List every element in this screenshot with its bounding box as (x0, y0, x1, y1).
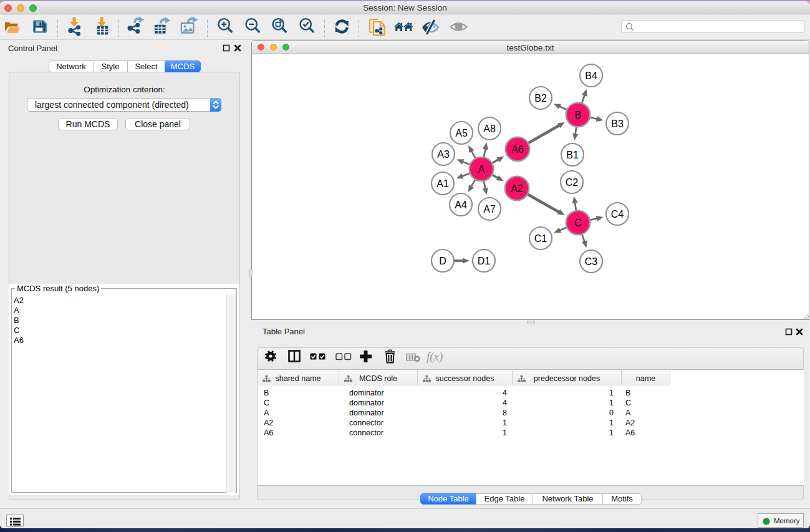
svg-text:A: A (478, 164, 485, 175)
svg-text:A7: A7 (483, 204, 496, 215)
svg-text:B: B (575, 110, 582, 120)
svg-text:A8: A8 (483, 123, 496, 134)
svg-text:C1: C1 (534, 233, 547, 244)
svg-text:D: D (439, 256, 446, 266)
svg-text:A4: A4 (455, 200, 467, 210)
svg-text:B4: B4 (585, 70, 597, 81)
svg-text:A5: A5 (455, 128, 468, 138)
svg-text:A3: A3 (437, 149, 450, 160)
svg-text:C2: C2 (566, 177, 579, 188)
svg-text:B2: B2 (534, 93, 547, 104)
svg-text:C: C (574, 218, 582, 228)
svg-text:B1: B1 (566, 150, 579, 160)
svg-text:A1: A1 (436, 178, 449, 189)
svg-text:B3: B3 (611, 118, 624, 129)
svg-text:C3: C3 (585, 256, 598, 267)
svg-text:D1: D1 (478, 256, 491, 266)
svg-text:A2: A2 (511, 183, 523, 194)
svg-text:C4: C4 (611, 209, 624, 220)
svg-text:A6: A6 (511, 144, 524, 155)
